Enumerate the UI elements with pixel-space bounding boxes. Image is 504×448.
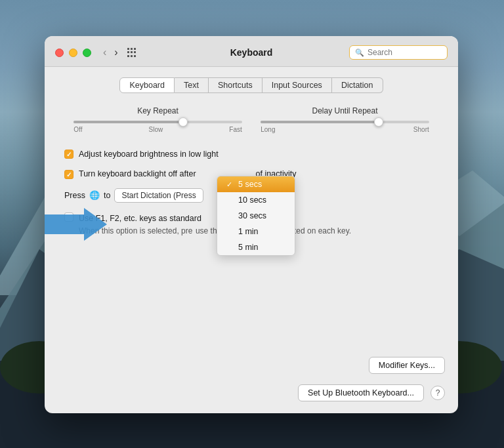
dropdown-item-5min-label: 5 min: [238, 243, 259, 252]
delay-short-label: Short: [413, 126, 429, 133]
nav-arrows: ‹ ›: [100, 46, 121, 59]
sliders-section: Key Repeat Off Slow Fast Delay Until Rep…: [58, 106, 445, 133]
key-repeat-fill: [74, 121, 183, 123]
key-repeat-label: Key Repeat: [137, 106, 178, 115]
backlight-option-text: Turn keyboard backlight off after: [79, 169, 196, 180]
minimize-button[interactable]: [69, 49, 77, 57]
key-repeat-track: [74, 121, 242, 123]
dropdown-item-30secs-label: 30 secs: [238, 211, 266, 220]
delay-until-repeat-thumb[interactable]: [374, 117, 383, 127]
dictation-button[interactable]: Start Dictation (Press: [114, 188, 203, 203]
press-prefix: Press: [64, 191, 85, 200]
dropdown-item-5secs-label: 5 secs: [238, 180, 262, 189]
key-repeat-thumb[interactable]: [178, 117, 188, 127]
delay-until-repeat-label: Delay Until Repeat: [312, 106, 377, 115]
delay-until-repeat-labels: Long Short: [261, 126, 429, 133]
brightness-option-text: Adjust keyboard brightness in low light: [79, 149, 219, 161]
brightness-option-row: Adjust keyboard brightness in low light: [64, 149, 438, 161]
blue-arrow: [45, 208, 107, 243]
backlight-checkbox[interactable]: [64, 170, 74, 179]
key-repeat-off-label: Off: [74, 126, 82, 133]
key-repeat-group: Key Repeat Off Slow Fast: [74, 106, 242, 133]
help-button[interactable]: ?: [430, 386, 445, 400]
bluetooth-button[interactable]: Set Up Bluetooth Keyboard...: [298, 384, 424, 401]
titlebar: ‹ › Keyboard 🔍: [45, 36, 458, 67]
search-input[interactable]: [368, 48, 442, 57]
dropdown-item-1min[interactable]: 1 min: [217, 224, 295, 239]
press-to: to: [104, 191, 110, 200]
dropdown-item-30secs[interactable]: 30 secs: [217, 208, 295, 224]
maximize-button[interactable]: [83, 49, 91, 57]
delay-until-repeat-track: [261, 121, 429, 123]
dropdown-menu: ✓ 5 secs 10 secs 30 secs 1 min 5 min: [217, 176, 295, 256]
grid-icon[interactable]: [127, 48, 136, 57]
tab-input-sources[interactable]: Input Sources: [262, 77, 332, 93]
modifier-keys-button[interactable]: Modifier Keys...: [369, 357, 445, 374]
key-repeat-labels: Off Slow Fast: [74, 126, 242, 133]
window-title: Keyboard: [230, 47, 273, 58]
search-box[interactable]: 🔍: [349, 45, 448, 60]
brightness-checkbox[interactable]: [64, 150, 74, 159]
modifier-area: Modifier Keys...: [369, 357, 445, 374]
fkeys-text-block: Use F1, F2, etc. keys as standard When t…: [79, 212, 351, 237]
delay-until-repeat-group: Delay Until Repeat Long Short: [261, 106, 429, 133]
delay-long-label: Long: [261, 126, 275, 133]
svg-marker-10: [45, 208, 107, 241]
tabs-bar: Keyboard Text Shortcuts Input Sources Di…: [58, 77, 445, 93]
bottom-area: Set Up Bluetooth Keyboard... ?: [298, 384, 445, 401]
globe-icon: 🌐: [89, 190, 100, 200]
dropdown-item-5min[interactable]: 5 min: [217, 239, 295, 255]
tab-dictation[interactable]: Dictation: [332, 77, 383, 93]
close-button[interactable]: [55, 49, 64, 57]
forward-button[interactable]: ›: [112, 46, 120, 59]
key-repeat-fast-label: Fast: [229, 126, 242, 133]
key-repeat-slow-label: Slow: [149, 126, 163, 133]
checkmark-icon: ✓: [226, 180, 234, 189]
delay-until-repeat-slider-container: Long Short: [261, 121, 429, 133]
dropdown-item-5secs[interactable]: ✓ 5 secs: [217, 176, 295, 192]
delay-until-repeat-fill: [261, 121, 379, 123]
search-icon: 🔍: [355, 49, 364, 57]
dropdown-item-10secs-label: 10 secs: [238, 195, 266, 205]
tab-text[interactable]: Text: [175, 77, 209, 93]
traffic-lights: [55, 49, 91, 57]
dropdown-item-10secs[interactable]: 10 secs: [217, 192, 295, 208]
key-repeat-slider-container: Off Slow Fast: [74, 121, 242, 133]
tab-keyboard[interactable]: Keyboard: [119, 77, 175, 93]
dropdown-item-1min-label: 1 min: [238, 227, 259, 236]
back-button[interactable]: ‹: [100, 46, 109, 59]
tab-shortcuts[interactable]: Shortcuts: [209, 77, 262, 93]
